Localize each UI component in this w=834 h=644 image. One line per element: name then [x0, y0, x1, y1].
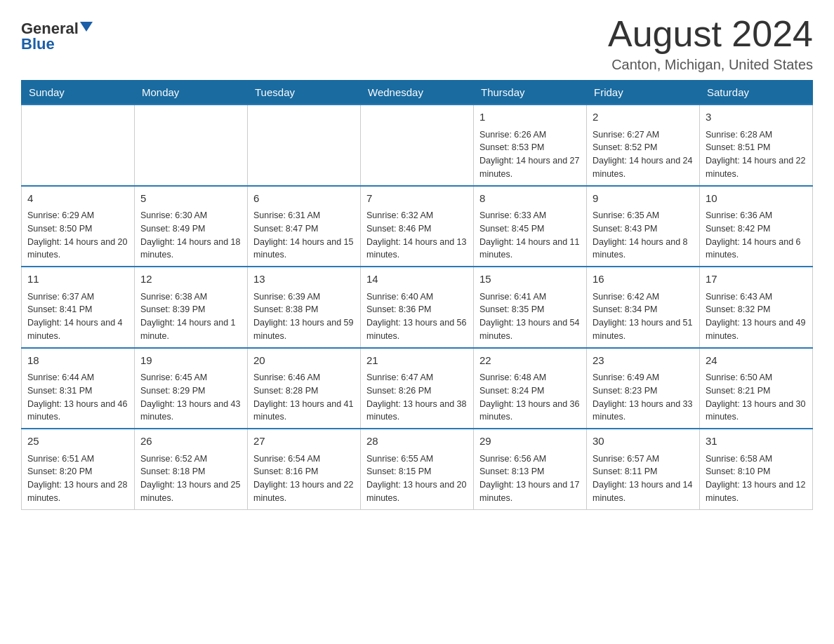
- day-info: Sunrise: 6:37 AMSunset: 8:41 PMDaylight:…: [27, 290, 128, 343]
- calendar-cell: 29Sunrise: 6:56 AMSunset: 8:13 PMDayligh…: [474, 429, 587, 509]
- day-info: Sunrise: 6:55 AMSunset: 8:15 PMDaylight:…: [366, 452, 468, 505]
- calendar-cell: 21Sunrise: 6:47 AMSunset: 8:26 PMDayligh…: [361, 348, 474, 429]
- calendar-week-row: 18Sunrise: 6:44 AMSunset: 8:31 PMDayligh…: [22, 348, 813, 429]
- day-number: 30: [593, 434, 694, 450]
- calendar-cell: [248, 105, 361, 186]
- day-number: 14: [366, 271, 468, 288]
- day-number: 18: [27, 353, 128, 369]
- calendar-cell: 18Sunrise: 6:44 AMSunset: 8:31 PMDayligh…: [22, 348, 135, 429]
- calendar-cell: 13Sunrise: 6:39 AMSunset: 8:38 PMDayligh…: [248, 267, 361, 348]
- calendar-cell: 24Sunrise: 6:50 AMSunset: 8:21 PMDayligh…: [700, 348, 813, 429]
- calendar-cell: 30Sunrise: 6:57 AMSunset: 8:11 PMDayligh…: [587, 429, 700, 509]
- calendar-cell: 23Sunrise: 6:49 AMSunset: 8:23 PMDayligh…: [587, 348, 700, 429]
- calendar-cell: 15Sunrise: 6:41 AMSunset: 8:35 PMDayligh…: [474, 267, 587, 348]
- day-number: 23: [593, 353, 694, 369]
- weekday-header-saturday: Saturday: [700, 81, 813, 105]
- weekday-header-wednesday: Wednesday: [361, 81, 474, 105]
- calendar-cell: 12Sunrise: 6:38 AMSunset: 8:39 PMDayligh…: [135, 267, 248, 348]
- day-info: Sunrise: 6:41 AMSunset: 8:35 PMDaylight:…: [479, 290, 581, 343]
- day-info: Sunrise: 6:52 AMSunset: 8:18 PMDaylight:…: [140, 452, 241, 505]
- calendar-cell: 22Sunrise: 6:48 AMSunset: 8:24 PMDayligh…: [474, 348, 587, 429]
- weekday-header-tuesday: Tuesday: [248, 81, 361, 105]
- calendar-cell: 28Sunrise: 6:55 AMSunset: 8:15 PMDayligh…: [361, 429, 474, 509]
- day-info: Sunrise: 6:40 AMSunset: 8:36 PMDaylight:…: [366, 290, 468, 343]
- day-info: Sunrise: 6:28 AMSunset: 8:51 PMDaylight:…: [706, 128, 807, 181]
- day-info: Sunrise: 6:29 AMSunset: 8:50 PMDaylight:…: [27, 209, 128, 262]
- calendar-cell: 25Sunrise: 6:51 AMSunset: 8:20 PMDayligh…: [22, 429, 135, 509]
- day-number: 12: [140, 271, 241, 288]
- day-info: Sunrise: 6:50 AMSunset: 8:21 PMDaylight:…: [706, 371, 807, 424]
- day-number: 3: [706, 109, 807, 126]
- day-info: Sunrise: 6:33 AMSunset: 8:45 PMDaylight:…: [479, 209, 581, 262]
- calendar-cell: 4Sunrise: 6:29 AMSunset: 8:50 PMDaylight…: [22, 186, 135, 267]
- day-info: Sunrise: 6:35 AMSunset: 8:43 PMDaylight:…: [593, 209, 694, 262]
- day-number: 1: [479, 109, 581, 126]
- calendar-week-row: 11Sunrise: 6:37 AMSunset: 8:41 PMDayligh…: [22, 267, 813, 348]
- calendar-cell: 5Sunrise: 6:30 AMSunset: 8:49 PMDaylight…: [135, 186, 248, 267]
- day-number: 26: [140, 434, 241, 450]
- day-number: 5: [140, 191, 241, 207]
- calendar-cell: 20Sunrise: 6:46 AMSunset: 8:28 PMDayligh…: [248, 348, 361, 429]
- day-number: 2: [593, 109, 694, 126]
- calendar-cell: 6Sunrise: 6:31 AMSunset: 8:47 PMDaylight…: [248, 186, 361, 267]
- calendar-cell: 10Sunrise: 6:36 AMSunset: 8:42 PMDayligh…: [700, 186, 813, 267]
- day-number: 20: [253, 353, 355, 369]
- calendar-week-row: 25Sunrise: 6:51 AMSunset: 8:20 PMDayligh…: [22, 429, 813, 509]
- calendar-cell: [135, 105, 248, 186]
- weekday-header-friday: Friday: [587, 81, 700, 105]
- logo: General Blue: [21, 14, 93, 53]
- day-info: Sunrise: 6:49 AMSunset: 8:23 PMDaylight:…: [593, 371, 694, 424]
- day-info: Sunrise: 6:44 AMSunset: 8:31 PMDaylight:…: [27, 371, 128, 424]
- day-number: 8: [479, 191, 581, 207]
- page-header: General Blue August 2024 Canton, Michiga…: [21, 14, 813, 73]
- day-info: Sunrise: 6:57 AMSunset: 8:11 PMDaylight:…: [593, 452, 694, 505]
- calendar-cell: 31Sunrise: 6:58 AMSunset: 8:10 PMDayligh…: [700, 429, 813, 509]
- day-number: 17: [706, 271, 807, 288]
- day-info: Sunrise: 6:54 AMSunset: 8:16 PMDaylight:…: [253, 452, 355, 505]
- calendar-cell: 8Sunrise: 6:33 AMSunset: 8:45 PMDaylight…: [474, 186, 587, 267]
- day-number: 11: [27, 271, 128, 288]
- logo-blue: Blue: [21, 35, 55, 53]
- calendar-cell: 26Sunrise: 6:52 AMSunset: 8:18 PMDayligh…: [135, 429, 248, 509]
- day-number: 31: [706, 434, 807, 450]
- calendar-cell: 7Sunrise: 6:32 AMSunset: 8:46 PMDaylight…: [361, 186, 474, 267]
- calendar-cell: 2Sunrise: 6:27 AMSunset: 8:52 PMDaylight…: [587, 105, 700, 186]
- day-number: 21: [366, 353, 468, 369]
- day-info: Sunrise: 6:42 AMSunset: 8:34 PMDaylight:…: [593, 290, 694, 343]
- title-block: August 2024 Canton, Michigan, United Sta…: [608, 14, 813, 73]
- weekday-header-monday: Monday: [135, 81, 248, 105]
- day-number: 9: [593, 191, 694, 207]
- day-number: 24: [706, 353, 807, 369]
- calendar-week-row: 1Sunrise: 6:26 AMSunset: 8:53 PMDaylight…: [22, 105, 813, 186]
- calendar-cell: 9Sunrise: 6:35 AMSunset: 8:43 PMDaylight…: [587, 186, 700, 267]
- calendar-cell: 16Sunrise: 6:42 AMSunset: 8:34 PMDayligh…: [587, 267, 700, 348]
- day-number: 13: [253, 271, 355, 288]
- day-number: 4: [27, 191, 128, 207]
- calendar-cell: 1Sunrise: 6:26 AMSunset: 8:53 PMDaylight…: [474, 105, 587, 186]
- calendar-cell: 11Sunrise: 6:37 AMSunset: 8:41 PMDayligh…: [22, 267, 135, 348]
- calendar-cell: [361, 105, 474, 186]
- weekday-header-thursday: Thursday: [474, 81, 587, 105]
- day-number: 16: [593, 271, 694, 288]
- calendar-cell: 14Sunrise: 6:40 AMSunset: 8:36 PMDayligh…: [361, 267, 474, 348]
- day-number: 29: [479, 434, 581, 450]
- day-number: 19: [140, 353, 241, 369]
- calendar-cell: 27Sunrise: 6:54 AMSunset: 8:16 PMDayligh…: [248, 429, 361, 509]
- location: Canton, Michigan, United States: [608, 57, 813, 73]
- calendar-cell: 17Sunrise: 6:43 AMSunset: 8:32 PMDayligh…: [700, 267, 813, 348]
- month-title: August 2024: [608, 14, 813, 54]
- weekday-header-sunday: Sunday: [22, 81, 135, 105]
- day-number: 25: [27, 434, 128, 450]
- calendar-week-row: 4Sunrise: 6:29 AMSunset: 8:50 PMDaylight…: [22, 186, 813, 267]
- day-info: Sunrise: 6:48 AMSunset: 8:24 PMDaylight:…: [479, 371, 581, 424]
- day-info: Sunrise: 6:51 AMSunset: 8:20 PMDaylight:…: [27, 452, 128, 505]
- calendar-cell: 3Sunrise: 6:28 AMSunset: 8:51 PMDaylight…: [700, 105, 813, 186]
- day-number: 6: [253, 191, 355, 207]
- day-number: 28: [366, 434, 468, 450]
- day-number: 7: [366, 191, 468, 207]
- day-info: Sunrise: 6:43 AMSunset: 8:32 PMDaylight:…: [706, 290, 807, 343]
- day-info: Sunrise: 6:47 AMSunset: 8:26 PMDaylight:…: [366, 371, 468, 424]
- day-number: 27: [253, 434, 355, 450]
- day-info: Sunrise: 6:46 AMSunset: 8:28 PMDaylight:…: [253, 371, 355, 424]
- day-number: 10: [706, 191, 807, 207]
